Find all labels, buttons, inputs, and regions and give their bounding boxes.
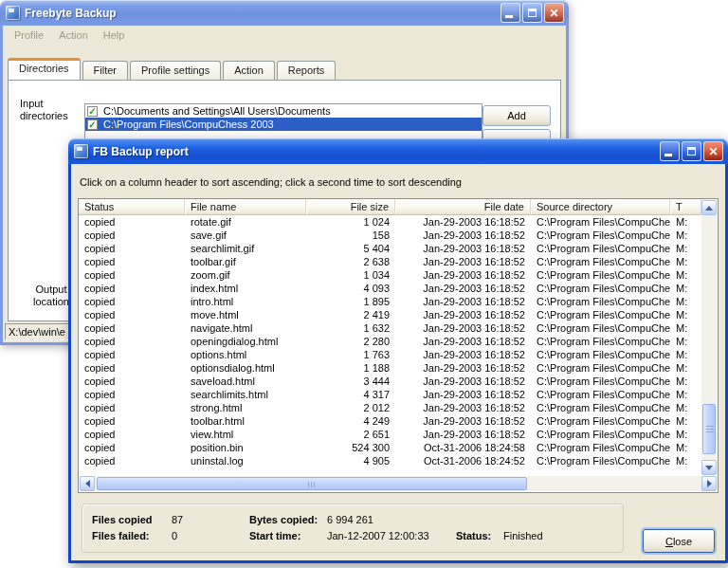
table-cell: position.bin — [185, 441, 306, 454]
menu-item-profile[interactable]: Profile — [7, 27, 51, 43]
table-cell: M: — [670, 255, 701, 268]
table-cell: C:\Program Files\CompuChess 2... — [531, 454, 670, 467]
table-row[interactable]: copiedsave.gif158Jan-29-2003 16:18:52C:\… — [79, 229, 701, 242]
dialog-minimize-icon[interactable] — [660, 141, 680, 161]
checkbox-checked-icon[interactable]: ✓ — [87, 119, 98, 130]
column-header-file-date[interactable]: File date — [395, 199, 531, 214]
scroll-left-icon[interactable] — [80, 476, 95, 491]
vertical-scroll-thumb[interactable] — [702, 404, 716, 454]
table-cell: copied — [79, 242, 185, 255]
table-cell: C:\Program Files\CompuChess 2... — [531, 414, 670, 428]
table-row[interactable]: copiedintro.html1 895Jan-29-2003 16:18:5… — [79, 295, 701, 308]
table-header: StatusFile nameFile sizeFile dateSource … — [79, 199, 701, 215]
vertical-scrollbar[interactable] — [701, 200, 717, 475]
dialog-titlebar[interactable]: FB Backup report ✕ — [68, 138, 728, 164]
column-header-t[interactable]: T — [670, 199, 701, 214]
column-header-source-directory[interactable]: Source directory — [531, 199, 670, 214]
dialog-maximize-icon[interactable] — [682, 141, 701, 161]
table-row[interactable]: copieduninstal.log4 905Oct-31-2006 18:24… — [79, 454, 701, 467]
table-row[interactable]: copiedoptions.html1 763Jan-29-2003 16:18… — [79, 348, 701, 361]
table-cell: Jan-29-2003 16:18:52 — [395, 414, 531, 428]
column-header-file-size[interactable]: File size — [306, 199, 395, 214]
minimize-icon[interactable] — [500, 3, 520, 23]
files-failed-value: 0 — [172, 530, 249, 541]
table-row[interactable]: copiednavigate.html1 632Jan-29-2003 16:1… — [79, 321, 701, 335]
table-cell: C:\Program Files\CompuChess 2... — [531, 242, 670, 255]
table-cell: M: — [670, 348, 701, 361]
column-header-status[interactable]: Status — [79, 199, 185, 214]
add-button[interactable]: Add — [482, 105, 551, 126]
menu-item-help[interactable]: Help — [96, 27, 133, 43]
table-cell: copied — [79, 428, 185, 441]
maximize-icon[interactable] — [522, 3, 542, 23]
table-row[interactable]: copiedview.html2 651Jan-29-2003 16:18:52… — [79, 428, 701, 441]
scroll-up-icon[interactable] — [701, 200, 717, 215]
table-cell: C:\Program Files\CompuChess 2... — [531, 335, 670, 348]
scroll-down-icon[interactable] — [701, 460, 717, 475]
dialog-title: FB Backup report — [93, 145, 660, 158]
table-cell: Jan-29-2003 16:18:52 — [395, 255, 531, 268]
table-row[interactable]: copiedsaveload.html3 444Jan-29-2003 16:1… — [79, 375, 701, 388]
table-cell: copied — [79, 295, 185, 308]
table-cell: 3 444 — [306, 375, 395, 388]
table-cell: copied — [79, 321, 185, 335]
tab-directories[interactable]: Directories — [8, 58, 81, 80]
files-copied-label: Files copied — [92, 514, 172, 525]
tab-strip: DirectoriesFilterProfile settingsActionR… — [8, 58, 337, 80]
close-icon[interactable]: ✕ — [544, 3, 564, 23]
horizontal-scrollbar[interactable] — [80, 476, 717, 491]
report-table: StatusFile nameFile sizeFile dateSource … — [78, 198, 719, 493]
dialog-close-icon[interactable]: ✕ — [703, 141, 723, 161]
start-time-label: Start time: — [249, 530, 327, 541]
checkbox-checked-icon[interactable]: ✓ — [87, 106, 98, 117]
table-row[interactable]: copiedoptionsdialog.html1 188Jan-29-2003… — [79, 361, 701, 375]
table-cell: C:\Program Files\CompuChess 2... — [531, 348, 670, 361]
status-bar-path: X:\dev\win\e — [9, 326, 65, 338]
scroll-right-icon[interactable] — [701, 476, 717, 491]
table-cell: intro.html — [185, 295, 306, 308]
desktop: Freebyte Backup ✕ ProfileActionHelp Dire… — [0, 0, 728, 568]
table-cell: M: — [670, 401, 701, 414]
table-row[interactable]: copiedopeningdialog.html2 280Jan-29-2003… — [79, 335, 701, 348]
table-row[interactable]: copiedstrong.html2 012Jan-29-2003 16:18:… — [79, 401, 701, 414]
menu-bar: ProfileActionHelp — [3, 26, 566, 45]
table-cell: copied — [79, 361, 185, 375]
table-cell: 1 034 — [306, 268, 395, 282]
table-cell: optionsdialog.html — [185, 361, 306, 375]
table-cell: 1 763 — [306, 348, 395, 361]
tab-profile-settings[interactable]: Profile settings — [130, 61, 221, 80]
tab-action[interactable]: Action — [223, 61, 275, 80]
table-cell: copied — [79, 308, 185, 321]
table-row[interactable]: copiedtoolbar.gif2 638Jan-29-2003 16:18:… — [79, 255, 701, 268]
table-cell: Jan-29-2003 16:18:52 — [395, 282, 531, 295]
table-row[interactable]: copiedsearchlimits.html4 317Jan-29-2003 … — [79, 388, 701, 401]
tab-reports[interactable]: Reports — [277, 61, 337, 80]
files-failed-label: Files failed: — [92, 530, 172, 541]
table-row[interactable]: copiedposition.bin524 300Oct-31-2006 18:… — [79, 441, 701, 454]
table-cell: uninstal.log — [185, 454, 306, 467]
table-row[interactable]: copiedsearchlimit.gif5 404Jan-29-2003 16… — [79, 242, 701, 255]
table-cell: M: — [670, 388, 701, 401]
table-cell: copied — [79, 401, 185, 414]
table-cell: copied — [79, 282, 185, 295]
table-cell: M: — [670, 335, 701, 348]
column-header-file-name[interactable]: File name — [185, 199, 306, 214]
table-row[interactable]: copiedtoolbar.html4 249Jan-29-2003 16:18… — [79, 414, 701, 428]
main-titlebar[interactable]: Freebyte Backup ✕ — [0, 0, 569, 26]
table-cell: C:\Program Files\CompuChess 2... — [531, 375, 670, 388]
table-cell: copied — [79, 454, 185, 467]
table-cell: Jan-29-2003 16:18:52 — [395, 308, 531, 321]
input-directory-item[interactable]: ✓C:\Documents and Settings\All Users\Doc… — [85, 104, 482, 118]
table-cell: Jan-29-2003 16:18:52 — [395, 375, 531, 388]
close-button[interactable]: Close — [643, 529, 715, 553]
table-row[interactable]: copiedindex.html4 093Jan-29-2003 16:18:5… — [79, 282, 701, 295]
tab-filter[interactable]: Filter — [82, 61, 128, 80]
menu-item-action[interactable]: Action — [51, 27, 96, 43]
table-cell: copied — [79, 375, 185, 388]
table-row[interactable]: copiedzoom.gif1 034Jan-29-2003 16:18:52C… — [79, 268, 701, 282]
table-row[interactable]: copiedrotate.gif1 024Jan-29-2003 16:18:5… — [79, 215, 701, 229]
horizontal-scroll-thumb[interactable] — [97, 477, 527, 490]
input-directory-item[interactable]: ✓C:\Program Files\CompuChess 2003 — [85, 118, 482, 131]
table-row[interactable]: copiedmove.html2 419Jan-29-2003 16:18:52… — [79, 308, 701, 321]
app-icon — [6, 6, 20, 20]
